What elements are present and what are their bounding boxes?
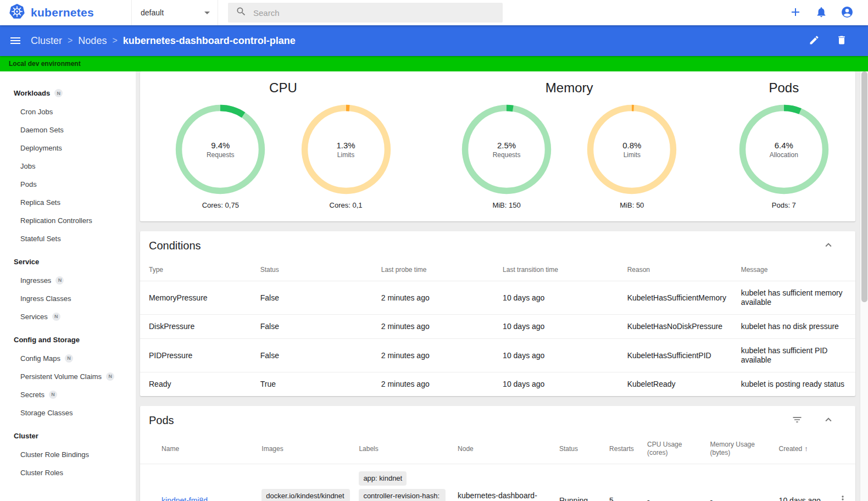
sidebar-item-services[interactable]: Services N bbox=[0, 308, 136, 326]
scrollbar-thumb[interactable] bbox=[861, 71, 867, 302]
conditions-table: Type Status Last probe time Last transit… bbox=[140, 259, 855, 396]
namespace-value: default bbox=[141, 8, 164, 17]
sidebar-item-persistent-volume-claims[interactable]: Persistent Volume Claims N bbox=[0, 368, 136, 386]
column-header-created[interactable]: Created↑ bbox=[779, 434, 838, 464]
sidebar-section-service: Service Ingresses N Ingress Classes Serv… bbox=[0, 252, 136, 326]
sidebar-item-stateful-sets[interactable]: Stateful Sets bbox=[0, 230, 136, 248]
cell-images: docker.io/kindest/kindnetd:v20230511-dc7… bbox=[261, 464, 359, 501]
gauge-footer: Cores: 0,1 bbox=[330, 201, 363, 209]
pods-filter-button[interactable] bbox=[792, 414, 803, 427]
sidebar-item-workloads[interactable]: Workloads N bbox=[0, 84, 136, 103]
n-badge: N bbox=[54, 89, 63, 97]
breadcrumb-current: kubernetes-dashboard-control-plane bbox=[123, 35, 296, 47]
cell-last-probe: 2 minutes ago bbox=[381, 372, 503, 397]
header-actions bbox=[789, 0, 868, 25]
sidebar-item-cron-jobs[interactable]: Cron Jobs bbox=[0, 103, 136, 121]
n-badge: N bbox=[49, 391, 57, 399]
column-header-name[interactable]: Name bbox=[162, 434, 261, 464]
sidebar-item-replica-sets[interactable]: Replica Sets bbox=[0, 193, 136, 211]
n-badge: N bbox=[55, 276, 64, 285]
sidebar-item-ingress-classes[interactable]: Ingress Classes bbox=[0, 290, 136, 308]
namespace-selector[interactable]: default bbox=[131, 0, 218, 25]
search-bar[interactable] bbox=[228, 3, 503, 23]
memory-group-title: Memory bbox=[546, 80, 593, 96]
breadcrumb-cluster[interactable]: Cluster bbox=[31, 35, 62, 47]
kubernetes-brand[interactable]: kubernetes bbox=[0, 0, 131, 25]
sidebar-item-cluster-role-bindings[interactable]: Cluster Role Bindings bbox=[0, 446, 136, 464]
memory-allocation-group: Memory 2.5% Requests bbox=[426, 78, 713, 209]
sidebar-item-config-and-storage[interactable]: Config and Storage bbox=[0, 330, 136, 349]
n-badge: N bbox=[106, 372, 114, 381]
sidebar-header-label: Workloads bbox=[14, 89, 50, 97]
column-header-last-transition-time: Last transition time bbox=[503, 259, 627, 281]
sidebar-section-cluster: Cluster Cluster Role Bindings Cluster Ro… bbox=[0, 426, 136, 482]
cell-labels: app: kindnet controller-revision-hash: 5… bbox=[359, 464, 458, 501]
sidebar-item-replication-controllers[interactable]: Replication Controllers bbox=[0, 211, 136, 230]
sidebar-section-config-storage: Config and Storage Config Maps N Persist… bbox=[0, 330, 136, 422]
sidebar-item-cluster[interactable]: Cluster bbox=[0, 426, 136, 446]
cell-node: kubernetes-dashboard-control-plane bbox=[458, 464, 559, 501]
filter-icon bbox=[792, 414, 803, 427]
sidebar-item-ingresses[interactable]: Ingresses N bbox=[0, 271, 136, 290]
sidebar-item-service[interactable]: Service bbox=[0, 252, 136, 271]
gauge-memory-limits: 0.8% Limits MiB: 50 bbox=[587, 104, 677, 209]
sidebar-section-workloads: Workloads N Cron Jobs Daemon Sets Deploy… bbox=[0, 84, 136, 248]
cell-created: 10 days ago bbox=[779, 464, 838, 501]
pod-name-link[interactable]: kindnet-fmj8d bbox=[162, 496, 208, 501]
gauge-kind: Requests bbox=[207, 151, 235, 159]
sidebar-item-cluster-roles[interactable]: Cluster Roles bbox=[0, 464, 136, 482]
gauge-value: 6.4% bbox=[775, 141, 793, 150]
sidebar-item-storage-classes[interactable]: Storage Classes bbox=[0, 404, 136, 422]
sidebar-item-daemon-sets[interactable]: Daemon Sets bbox=[0, 121, 136, 139]
sidebar-item-pods[interactable]: Pods bbox=[0, 175, 136, 193]
plus-icon bbox=[789, 5, 802, 20]
page-scrollbar[interactable] bbox=[860, 71, 868, 501]
breadcrumb-nodes[interactable]: Nodes bbox=[78, 35, 107, 47]
sidebar-item-jobs[interactable]: Jobs bbox=[0, 157, 136, 175]
column-header-memory-usage: Memory Usage (bytes) bbox=[710, 434, 779, 464]
image-chip: docker.io/kindest/kindnetd:v20230511-dc7… bbox=[261, 489, 350, 501]
conditions-header-row: Type Status Last probe time Last transit… bbox=[140, 259, 855, 281]
create-resource-button[interactable] bbox=[789, 5, 802, 20]
row-menu-button[interactable] bbox=[837, 494, 848, 501]
column-header-status: Status bbox=[260, 259, 381, 281]
cell-status: Running bbox=[559, 464, 609, 501]
sidebar-item-label: Deployments bbox=[20, 143, 62, 153]
notifications-button[interactable] bbox=[815, 6, 827, 20]
gauge-footer: MiB: 50 bbox=[620, 201, 644, 209]
account-button[interactable] bbox=[841, 5, 854, 20]
sidebar-item-label: Services bbox=[20, 312, 48, 321]
column-header-cpu-usage: CPU Usage (cores) bbox=[647, 434, 710, 464]
pods-collapse-button[interactable] bbox=[822, 414, 834, 427]
cell-reason: KubeletHasSufficientMemory bbox=[627, 281, 741, 315]
gauge-footer: Pods: 7 bbox=[772, 201, 796, 209]
brand-title: kubernetes bbox=[31, 6, 94, 19]
sidebar-item-secrets[interactable]: Secrets N bbox=[0, 386, 136, 404]
column-header-images: Images bbox=[261, 434, 359, 464]
column-header-status: Status bbox=[559, 434, 609, 464]
cell-message: kubelet is posting ready status bbox=[741, 372, 855, 397]
cell-last-probe: 2 minutes ago bbox=[381, 339, 503, 372]
search-input[interactable] bbox=[253, 8, 495, 18]
gauge-value: 9.4% bbox=[211, 141, 230, 150]
delete-button[interactable] bbox=[836, 35, 847, 47]
table-row: PIDPressure False 2 minutes ago 10 days … bbox=[140, 339, 855, 372]
sidebar-item-label: Cluster Role Bindings bbox=[20, 450, 89, 459]
table-row[interactable]: kindnet-fmj8d docker.io/kindest/kindnetd… bbox=[140, 464, 855, 501]
cell-last-transition: 10 days ago bbox=[503, 339, 627, 372]
cell-message: kubelet has sufficient PID available bbox=[741, 339, 855, 372]
sidebar-item-label: Config Maps bbox=[20, 354, 60, 363]
pencil-icon bbox=[809, 35, 820, 47]
system-banner-text: Local dev environment bbox=[9, 60, 81, 68]
conditions-collapse-button[interactable] bbox=[822, 239, 834, 253]
table-row: DiskPressure False 2 minutes ago 10 days… bbox=[140, 315, 855, 339]
sidebar-item-label: Replication Controllers bbox=[20, 216, 92, 225]
sidebar-item-deployments[interactable]: Deployments bbox=[0, 139, 136, 157]
menu-button[interactable] bbox=[9, 34, 22, 47]
gauge-footer: Cores: 0,75 bbox=[202, 201, 239, 209]
table-row: Ready True 2 minutes ago 10 days ago Kub… bbox=[140, 372, 855, 397]
column-header-restarts: Restarts bbox=[609, 434, 647, 464]
edit-button[interactable] bbox=[809, 35, 820, 47]
sidebar-item-config-maps[interactable]: Config Maps N bbox=[0, 349, 136, 368]
column-header-last-probe-time: Last probe time bbox=[381, 259, 503, 281]
